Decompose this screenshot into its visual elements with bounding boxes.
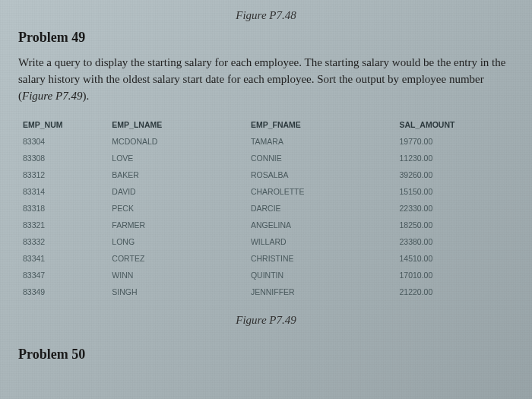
table-cell: PECK <box>107 200 246 217</box>
table-cell: CORTEZ <box>107 250 246 267</box>
table-cell: 83321 <box>18 217 107 233</box>
table-row: 83349SINGHJENNIFFER21220.00 <box>18 283 514 300</box>
col-emp-num: EMP_NUM <box>18 116 107 133</box>
table-cell: 83304 <box>18 133 107 150</box>
col-emp-fname: EMP_FNAME <box>246 116 395 133</box>
problem-49-heading: Problem 49 <box>18 30 514 46</box>
table-cell: 83347 <box>18 267 107 283</box>
table-cell: QUINTIN <box>246 267 395 283</box>
table-cell: BAKER <box>107 166 246 183</box>
table-cell: 21220.00 <box>395 283 515 300</box>
problem-49-text: Write a query to display the starting sa… <box>18 55 514 104</box>
table-cell: LONG <box>107 233 246 250</box>
table-cell: JENNIFFER <box>246 283 395 300</box>
table-cell: MCDONALD <box>107 133 246 150</box>
table-cell: CONNIE <box>246 150 395 166</box>
figure-reference-bottom: Figure P7.49 <box>18 314 514 327</box>
employee-salary-table: EMP_NUM EMP_LNAME EMP_FNAME SAL_AMOUNT 8… <box>18 116 514 300</box>
table-cell: 83349 <box>18 283 107 300</box>
table-cell: ANGELINA <box>246 217 395 233</box>
problem-text-part2: ). <box>82 90 89 102</box>
table-cell: DARCIE <box>246 200 395 217</box>
table-cell: 83341 <box>18 250 107 267</box>
table-row: 83312BAKERROSALBA39260.00 <box>18 166 514 183</box>
col-sal-amount: SAL_AMOUNT <box>395 116 515 133</box>
table-cell: SINGH <box>107 283 246 300</box>
table-cell: DAVID <box>107 183 246 200</box>
table-row: 83318PECKDARCIE22330.00 <box>18 200 514 217</box>
table-row: 83321FARMERANGELINA18250.00 <box>18 217 514 233</box>
problem-50-heading: Problem 50 <box>18 347 514 363</box>
table-header-row: EMP_NUM EMP_LNAME EMP_FNAME SAL_AMOUNT <box>18 116 514 133</box>
table-cell: 83312 <box>18 166 107 183</box>
figure-reference-inline: Figure P7.49 <box>22 90 82 102</box>
table-cell: LOVE <box>107 150 246 166</box>
table-row: 83304MCDONALDTAMARA19770.00 <box>18 133 514 150</box>
col-emp-lname: EMP_LNAME <box>107 116 246 133</box>
table-cell: TAMARA <box>246 133 395 150</box>
table-cell: 15150.00 <box>395 183 515 200</box>
table-row: 83341CORTEZCHRISTINE14510.00 <box>18 250 514 267</box>
table-cell: 22330.00 <box>395 200 515 217</box>
table-cell: 83314 <box>18 183 107 200</box>
table-cell: 17010.00 <box>395 267 515 283</box>
table-cell: 23380.00 <box>395 233 515 250</box>
table-cell: WINN <box>107 267 246 283</box>
table-cell: FARMER <box>107 217 246 233</box>
table-cell: CHAROLETTE <box>246 183 395 200</box>
table-cell: 83332 <box>18 233 107 250</box>
table-cell: 14510.00 <box>395 250 515 267</box>
table-cell: 11230.00 <box>395 150 515 166</box>
table-row: 83314DAVIDCHAROLETTE15150.00 <box>18 183 514 200</box>
table-cell: 19770.00 <box>395 133 515 150</box>
table-cell: ROSALBA <box>246 166 395 183</box>
figure-reference-top: Figure P7.48 <box>18 9 514 22</box>
table-row: 83332LONGWILLARD23380.00 <box>18 233 514 250</box>
table-cell: 18250.00 <box>395 217 515 233</box>
table-cell: 83318 <box>18 200 107 217</box>
table-row: 83308LOVECONNIE11230.00 <box>18 150 514 166</box>
table-cell: WILLARD <box>246 233 395 250</box>
table-row: 83347WINNQUINTIN17010.00 <box>18 267 514 283</box>
table-cell: 39260.00 <box>395 166 515 183</box>
problem-text-part1: Write a query to display the starting sa… <box>18 56 505 102</box>
table-cell: CHRISTINE <box>246 250 395 267</box>
table-cell: 83308 <box>18 150 107 166</box>
